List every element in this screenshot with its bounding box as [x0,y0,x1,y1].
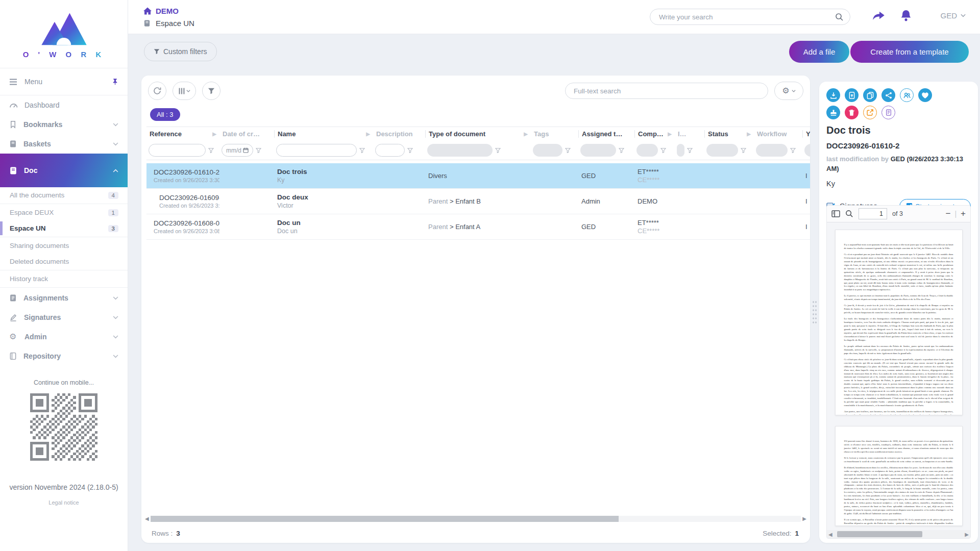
filter-select-i[interactable] [677,144,684,157]
sort-icon[interactable]: ▶ [524,131,528,137]
refresh-button[interactable] [148,82,166,100]
share-users-button[interactable] [900,88,914,102]
document-properties-button[interactable] [881,106,895,119]
scroll-left-icon[interactable]: ◀ [827,532,834,537]
column-header-comp[interactable]: Comp…▶ [634,130,675,138]
scrollbar-thumb[interactable] [837,531,922,537]
sort-icon[interactable]: ▶ [212,131,216,137]
sidebar-item-baskets[interactable]: Baskets [0,134,128,154]
sort-icon[interactable]: ▶ [747,131,751,137]
share-button[interactable] [872,9,886,21]
create-from-template-button[interactable]: Create from a template [850,41,969,63]
columns-button[interactable] [173,82,196,100]
filter-select-status[interactable] [706,144,738,157]
scroll-right-icon[interactable]: ▶ [963,532,970,537]
filter-input-name[interactable] [276,144,357,157]
table-row[interactable]: PDF DOC230926-01608-0 Created on 9/26/20… [146,214,810,240]
search-icon[interactable] [835,13,844,21]
sidebar-item-sharing-documents[interactable]: Sharing documents [0,238,128,254]
funnel-outline-icon[interactable] [565,148,571,153]
funnel-outline-icon[interactable] [687,148,693,153]
pin-icon[interactable] [112,78,118,86]
column-header-assigned[interactable]: Assigned t… [578,130,634,138]
zoom-out-button[interactable]: − [945,209,950,219]
funnel-outline-icon[interactable] [790,148,796,153]
scrollbar-thumb[interactable] [151,516,619,522]
funnel-outline-icon[interactable] [208,148,214,153]
notifications-button[interactable] [900,9,912,22]
funnel-outline-icon[interactable] [407,148,413,153]
sidebar-item-dashboard[interactable]: Dashboard [0,95,128,115]
list-settings-button[interactable]: ⚙ [774,82,803,100]
sidebar-item-bookmarks[interactable]: Bookmarks [0,115,128,134]
funnel-outline-icon[interactable] [619,148,624,153]
funnel-outline-icon[interactable] [660,148,666,153]
sidebar-item-deleted-documents[interactable]: Deleted documents [0,254,128,269]
filter-select-comp[interactable] [636,144,658,157]
column-header-i[interactable]: I… [675,130,704,138]
table-row[interactable]: PDF DOC230926-01610-2 Created on 9/26/20… [146,163,810,189]
sort-icon[interactable]: ▶ [668,131,672,137]
panel-resize-handle[interactable] [812,300,817,323]
favorite-button[interactable] [918,88,932,102]
sidebar-item-espace-un[interactable]: Espace UN 3 [0,220,128,236]
filter-input-reference[interactable] [149,144,206,157]
column-header-date[interactable]: Date of cr… [219,130,274,138]
pdf-horizontal-scrollbar[interactable]: ◀ ▶ [827,530,970,538]
funnel-outline-icon[interactable] [359,148,365,153]
fulltext-search-input[interactable] [574,87,760,95]
share-button[interactable] [881,88,895,102]
sidebar-item-doc[interactable]: Doc [0,154,128,187]
zoom-in-button[interactable]: + [961,209,966,219]
column-header-workflow[interactable]: Workflow [754,130,802,138]
sidebar-item-admin[interactable]: ⚙ Admin [0,327,128,346]
column-header-type[interactable]: Type of document▶ [425,130,531,138]
breadcrumb-space[interactable]: Espace UN [143,19,194,28]
column-header-status[interactable]: Status▶ [704,130,754,138]
column-header-name[interactable]: Name▶ [274,130,373,138]
upload-file-button[interactable] [845,88,859,102]
filter-input-description[interactable] [375,144,405,157]
page-number-input[interactable] [859,208,887,219]
filter-select-workflow[interactable] [756,144,788,157]
global-search-input[interactable] [659,13,835,21]
sidebar-item-all-documents[interactable]: All the documents 4 [0,187,128,203]
stamp-button[interactable] [826,106,840,119]
scrollbar-track[interactable] [834,531,964,537]
sidebar-item-repository[interactable]: Repository [0,346,128,366]
copy-button[interactable] [863,88,877,102]
column-header-description[interactable]: Description [373,130,425,138]
funnel-outline-icon[interactable] [741,148,746,153]
sidebar-item-signatures[interactable]: Signatures [0,308,128,327]
add-file-button[interactable]: Add a file [789,41,849,63]
menu-toggle[interactable]: Menu [0,68,128,95]
horizontal-scrollbar[interactable]: ◀ ▶ [143,515,808,522]
table-row[interactable]: w DOC230926-01609-0 Created on 9/26/2023… [146,189,810,214]
filter-select-tags[interactable] [533,144,562,157]
download-button[interactable] [826,88,840,102]
scroll-left-icon[interactable]: ◀ [143,516,151,521]
open-external-button[interactable] [863,106,877,119]
sidebar-item-assignments[interactable]: Assignments [0,288,128,308]
sort-icon[interactable]: ▶ [366,131,370,137]
column-header-reference[interactable]: Reference▶ [146,130,219,138]
funnel-outline-icon[interactable] [495,148,501,153]
filter-input-date[interactable]: mm/d [222,144,253,157]
filter-select-assigned[interactable] [580,144,616,157]
delete-button[interactable] [845,106,859,119]
column-header-tags[interactable]: Tags [531,130,578,138]
funnel-outline-icon[interactable] [256,148,261,153]
sidebar-item-espace-deux[interactable]: Espace DEUX 1 [0,205,128,220]
sidebar-item-history-track[interactable]: History track [0,271,128,287]
profile-menu[interactable]: GED [940,11,966,20]
breadcrumb-app[interactable]: DEMO [143,7,179,15]
search-icon[interactable] [845,210,853,218]
filter-chip-all[interactable]: All : 3 [150,108,180,121]
filter-select-type[interactable] [427,144,493,157]
pdf-pages[interactable]: Il y a aujourd'hui trois cent quarante-h… [827,223,970,530]
sidebar-toggle-icon[interactable] [831,210,840,217]
scrollbar-track[interactable] [151,516,801,522]
filter-select-y[interactable] [804,144,810,157]
filter-button[interactable] [202,82,220,100]
legal-notice-link[interactable]: Legal notice [0,499,128,506]
